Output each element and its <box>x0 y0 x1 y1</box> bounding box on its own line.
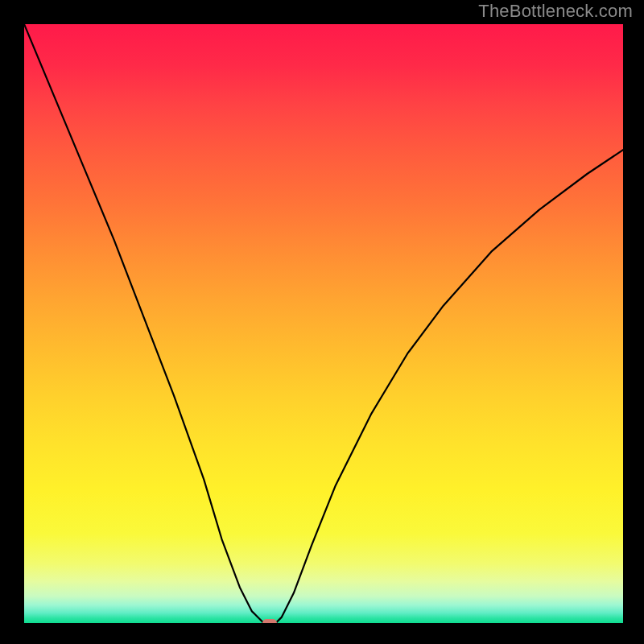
bottleneck-curve <box>24 24 623 623</box>
site-watermark: TheBottleneck.com <box>478 1 633 22</box>
chart-frame: TheBottleneck.com <box>0 0 644 644</box>
optimum-marker <box>262 619 277 623</box>
plot-area <box>24 24 623 623</box>
curve-polyline <box>24 24 623 623</box>
